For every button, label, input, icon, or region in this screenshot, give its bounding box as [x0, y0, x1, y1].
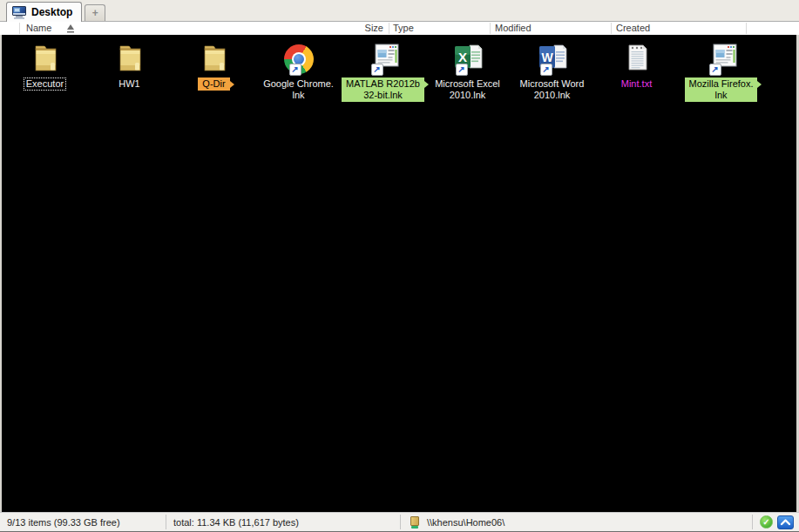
item-label: HW1 [116, 77, 142, 91]
shortcut-arrow-icon: ↗ [371, 64, 383, 76]
new-tab-button[interactable]: + [85, 4, 105, 21]
network-folder-icon [408, 515, 422, 529]
tab-bar: Desktop + [0, 0, 799, 22]
item-word[interactable]: W ↗ Microsoft Word2010.lnk [510, 38, 594, 102]
item-mint-txt[interactable]: Mint.txt [594, 38, 679, 102]
column-header-row: Name Size Type Modified Created [0, 22, 799, 35]
status-items-count: 9/13 items (99.33 GB free) [0, 513, 166, 531]
shortcut-arrow-icon: ↗ [456, 64, 468, 76]
item-hw1[interactable]: HW1 [87, 38, 172, 102]
item-label: Q-Dir [198, 77, 229, 91]
status-ok-icon[interactable]: ✓ [760, 515, 773, 529]
item-label: Microsoft Excel2010.lnk [432, 77, 503, 102]
shortcut-arrow-icon: ↗ [709, 64, 721, 76]
item-label: Executor [24, 77, 66, 91]
item-firefox[interactable]: ↗ Mozilla Firefox.lnk [679, 38, 763, 102]
collapse-panel-button[interactable] [777, 515, 794, 529]
column-header-created[interactable]: Created [616, 22, 650, 35]
svg-text:W: W [541, 51, 553, 64]
plus-icon: + [92, 7, 98, 19]
shortcut-arrow-icon: ↗ [540, 64, 552, 76]
item-label: Microsoft Word2010.lnk [518, 77, 587, 102]
item-label: Mint.txt [619, 77, 654, 91]
column-header-modified[interactable]: Modified [495, 22, 532, 35]
tab-desktop[interactable]: Desktop [6, 2, 82, 22]
item-q-dir[interactable]: Q-Dir [172, 38, 256, 102]
status-path-segment: \\khensu\Home06\ [401, 513, 752, 531]
item-executor[interactable]: Executor [3, 38, 87, 102]
folder-icon [197, 41, 232, 76]
status-total-size: total: 11.34 KB (11,617 bytes) [166, 513, 400, 531]
file-list-view[interactable]: Executor HW1 [0, 35, 799, 512]
item-matlab[interactable]: ↗ MATLAB R2012b32-bit.lnk [341, 38, 425, 102]
column-header-type[interactable]: Type [393, 22, 414, 35]
current-path: \\khensu\Home06\ [427, 517, 504, 528]
text-file-icon [620, 41, 654, 76]
status-bar: 9/13 items (99.33 GB free) total: 11.34 … [0, 512, 799, 532]
file-manager-window: Desktop + Name Size Type Modified Create… [0, 0, 799, 532]
sort-ascending-icon [66, 24, 75, 34]
icon-row: Executor HW1 [2, 35, 796, 102]
item-label: Google Chrome.lnk [261, 77, 336, 102]
folder-icon [28, 41, 63, 76]
tab-desktop-label: Desktop [31, 6, 72, 18]
column-header-size[interactable]: Size [331, 22, 383, 35]
folder-icon [112, 41, 147, 76]
svg-text:X: X [457, 50, 466, 64]
item-excel[interactable]: X ↗ Microsoft Excel2010.lnk [425, 38, 510, 102]
desktop-monitor-icon [12, 6, 27, 19]
item-label: MATLAB R2012b32-bit.lnk [342, 77, 424, 102]
item-google-chrome[interactable]: ↗ Google Chrome.lnk [256, 38, 341, 102]
item-label: Mozilla Firefox.lnk [685, 77, 758, 102]
chevron-up-icon [780, 518, 791, 526]
column-header-name[interactable]: Name [26, 22, 51, 35]
shortcut-arrow-icon: ↗ [289, 64, 301, 76]
